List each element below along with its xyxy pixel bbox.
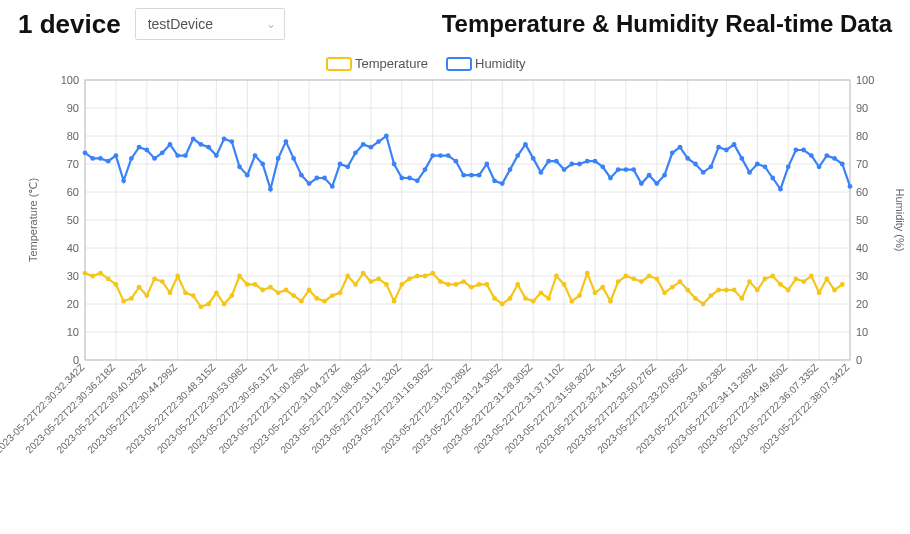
temperature-point[interactable] [376, 276, 381, 281]
temperature-point[interactable] [724, 288, 729, 293]
humidity-point[interactable] [384, 134, 389, 139]
humidity-point[interactable] [539, 170, 544, 175]
humidity-point[interactable] [322, 176, 327, 181]
humidity-point[interactable] [253, 153, 258, 158]
temperature-point[interactable] [732, 288, 737, 293]
temperature-point[interactable] [137, 285, 142, 290]
humidity-point[interactable] [129, 156, 134, 161]
temperature-point[interactable] [739, 296, 744, 301]
temperature-point[interactable] [461, 279, 466, 284]
humidity-point[interactable] [770, 176, 775, 181]
temperature-point[interactable] [685, 288, 690, 293]
temperature-point[interactable] [106, 276, 111, 281]
temperature-point[interactable] [199, 304, 204, 309]
humidity-point[interactable] [554, 159, 559, 164]
humidity-point[interactable] [508, 167, 513, 172]
humidity-point[interactable] [90, 156, 95, 161]
temperature-point[interactable] [817, 290, 822, 295]
humidity-point[interactable] [206, 145, 211, 150]
temperature-point[interactable] [399, 282, 404, 287]
humidity-point[interactable] [268, 187, 273, 192]
temperature-point[interactable] [662, 290, 667, 295]
temperature-point[interactable] [693, 296, 698, 301]
humidity-point[interactable] [794, 148, 799, 153]
temperature-point[interactable] [361, 271, 366, 276]
humidity-point[interactable] [824, 153, 829, 158]
humidity-point[interactable] [237, 164, 242, 169]
humidity-point[interactable] [477, 173, 482, 178]
humidity-point[interactable] [662, 173, 667, 178]
humidity-point[interactable] [809, 153, 814, 158]
humidity-point[interactable] [284, 139, 289, 144]
temperature-point[interactable] [430, 271, 435, 276]
humidity-point[interactable] [639, 181, 644, 186]
temperature-point[interactable] [500, 302, 505, 307]
temperature-point[interactable] [701, 302, 706, 307]
legend-hum-label[interactable]: Humidity [475, 56, 526, 71]
humidity-point[interactable] [299, 173, 304, 178]
temperature-point[interactable] [175, 274, 180, 279]
humidity-point[interactable] [345, 164, 350, 169]
temperature-point[interactable] [160, 279, 165, 284]
temperature-point[interactable] [407, 276, 412, 281]
humidity-point[interactable] [647, 173, 652, 178]
humidity-point[interactable] [291, 156, 296, 161]
humidity-point[interactable] [608, 176, 613, 181]
humidity-point[interactable] [353, 150, 358, 155]
humidity-point[interactable] [307, 181, 312, 186]
humidity-point[interactable] [121, 178, 126, 183]
humidity-point[interactable] [214, 153, 219, 158]
temperature-point[interactable] [562, 282, 567, 287]
humidity-point[interactable] [114, 153, 119, 158]
humidity-point[interactable] [98, 156, 103, 161]
humidity-point[interactable] [500, 181, 505, 186]
temperature-point[interactable] [206, 302, 211, 307]
temperature-point[interactable] [353, 282, 358, 287]
humidity-point[interactable] [515, 153, 520, 158]
humidity-point[interactable] [415, 178, 420, 183]
humidity-point[interactable] [492, 178, 497, 183]
temperature-point[interactable] [755, 288, 760, 293]
temperature-point[interactable] [253, 282, 258, 287]
humidity-point[interactable] [600, 164, 605, 169]
humidity-point[interactable] [369, 145, 374, 150]
humidity-point[interactable] [569, 162, 574, 167]
temperature-point[interactable] [369, 279, 374, 284]
temperature-point[interactable] [794, 276, 799, 281]
temperature-point[interactable] [314, 296, 319, 301]
temperature-point[interactable] [484, 282, 489, 287]
humidity-point[interactable] [199, 142, 204, 147]
humidity-point[interactable] [523, 142, 528, 147]
humidity-point[interactable] [407, 176, 412, 181]
temperature-point[interactable] [222, 302, 227, 307]
humidity-point[interactable] [716, 145, 721, 150]
temperature-point[interactable] [569, 299, 574, 304]
humidity-point[interactable] [392, 162, 397, 167]
temperature-point[interactable] [531, 299, 536, 304]
humidity-point[interactable] [484, 162, 489, 167]
temperature-point[interactable] [152, 276, 157, 281]
temperature-point[interactable] [454, 282, 459, 287]
temperature-point[interactable] [423, 274, 428, 279]
humidity-point[interactable] [546, 159, 551, 164]
temperature-point[interactable] [801, 279, 806, 284]
temperature-point[interactable] [392, 299, 397, 304]
humidity-point[interactable] [801, 148, 806, 153]
temperature-point[interactable] [593, 290, 598, 295]
humidity-point[interactable] [832, 156, 837, 161]
humidity-point[interactable] [840, 162, 845, 167]
humidity-point[interactable] [438, 153, 443, 158]
humidity-point[interactable] [616, 167, 621, 172]
humidity-point[interactable] [430, 153, 435, 158]
temperature-point[interactable] [554, 274, 559, 279]
humidity-point[interactable] [314, 176, 319, 181]
temperature-point[interactable] [631, 276, 636, 281]
humidity-point[interactable] [585, 159, 590, 164]
humidity-point[interactable] [160, 150, 165, 155]
temperature-point[interactable] [299, 299, 304, 304]
humidity-point[interactable] [106, 159, 111, 164]
temperature-point[interactable] [144, 293, 149, 298]
temperature-point[interactable] [446, 282, 451, 287]
humidity-point[interactable] [229, 139, 234, 144]
humidity-point[interactable] [701, 170, 706, 175]
